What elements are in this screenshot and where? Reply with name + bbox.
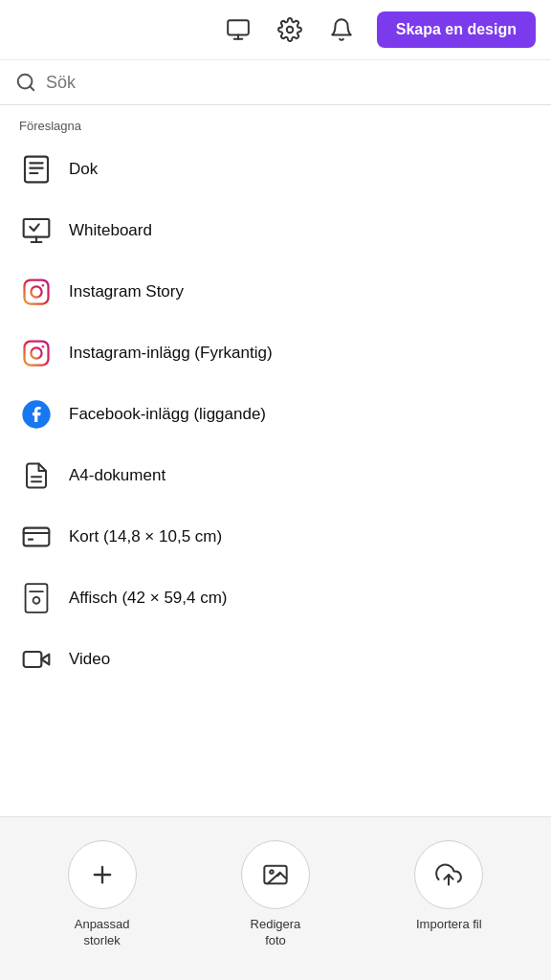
poster-icon — [19, 581, 54, 615]
dropdown-scroll[interactable]: Föreslagna Dok — [0, 105, 551, 690]
list-item-label: Facebook-inlägg (liggande) — [69, 405, 266, 424]
card-icon — [19, 520, 54, 554]
list-item-label: Dok — [69, 160, 98, 179]
list-item-instagram-square[interactable]: Instagram-inlägg (Fyrkantig) — [0, 323, 551, 384]
list-item-label: Instagram Story — [69, 282, 184, 301]
bottom-toolbar: Anpassadstorlek Redigerafoto Importera f… — [0, 816, 551, 980]
svg-marker-27 — [41, 655, 49, 665]
list-item-label: Whiteboard — [69, 221, 152, 240]
list-item-label: Video — [69, 650, 110, 669]
settings-icon[interactable] — [274, 13, 306, 46]
list-item-affisch[interactable]: Affisch (42 × 59,4 cm) — [0, 568, 551, 629]
svg-rect-0 — [228, 20, 249, 34]
section-label: Föreslagna — [0, 105, 551, 139]
svg-point-15 — [42, 284, 45, 287]
video-icon — [19, 642, 54, 677]
svg-rect-26 — [24, 652, 42, 667]
svg-rect-13 — [25, 280, 49, 304]
list-item-instagram-story[interactable]: Instagram Story — [0, 261, 551, 323]
svg-point-3 — [286, 27, 293, 33]
search-icon — [15, 72, 36, 93]
list-item-label: Kort (14,8 × 10,5 cm) — [69, 527, 222, 546]
list-item-dok[interactable]: Dok — [0, 139, 551, 200]
svg-rect-16 — [25, 342, 49, 366]
toolbar-item-anpassad[interactable]: Anpassadstorlek — [68, 840, 137, 949]
toolbar-item-label: Importera fil — [416, 917, 482, 933]
notification-icon[interactable] — [325, 13, 358, 46]
svg-line-5 — [30, 86, 33, 90]
toolbar-item-label: Anpassadstorlek — [75, 917, 130, 949]
whiteboard-icon — [19, 213, 54, 248]
toolbar-item-importera[interactable]: Importera fil — [414, 840, 483, 933]
svg-point-18 — [42, 345, 45, 348]
svg-rect-23 — [26, 584, 48, 612]
header-icons: Skapa en design — [222, 11, 536, 48]
header: Skapa en design — [0, 0, 551, 60]
list-item-video[interactable]: Video — [0, 629, 551, 690]
svg-point-14 — [31, 286, 41, 297]
list-item-label: Instagram-inlägg (Fyrkantig) — [69, 344, 273, 363]
svg-point-31 — [270, 871, 274, 875]
list-item-whiteboard[interactable]: Whiteboard — [0, 200, 551, 261]
list-item-label: A4-dokument — [69, 466, 165, 485]
search-input[interactable] — [46, 73, 536, 93]
instagram-story-icon — [19, 275, 54, 309]
list-item-a4[interactable]: A4-dokument — [0, 445, 551, 506]
upload-icon-circle — [414, 840, 483, 909]
dropdown-list: Föreslagna Dok — [0, 105, 551, 816]
list-item-label: Affisch (42 × 59,4 cm) — [69, 589, 228, 608]
monitor-icon[interactable] — [222, 13, 254, 46]
facebook-icon — [19, 397, 54, 432]
a4doc-icon — [19, 458, 54, 493]
create-design-button[interactable]: Skapa en design — [377, 11, 536, 48]
instagram-square-icon — [19, 336, 54, 370]
edit-photo-icon-circle — [241, 840, 310, 909]
svg-point-17 — [31, 347, 41, 358]
list-item-facebook[interactable]: Facebook-inlägg (liggande) — [0, 384, 551, 445]
search-bar — [0, 60, 551, 105]
svg-point-25 — [33, 597, 40, 604]
svg-rect-22 — [24, 528, 50, 546]
list-item-kort[interactable]: Kort (14,8 × 10,5 cm) — [0, 506, 551, 568]
svg-rect-6 — [25, 157, 48, 183]
toolbar-item-redigera[interactable]: Redigerafoto — [241, 840, 310, 949]
plus-icon-circle — [68, 840, 137, 909]
toolbar-item-label: Redigerafoto — [251, 917, 301, 949]
dok-icon — [19, 152, 54, 187]
